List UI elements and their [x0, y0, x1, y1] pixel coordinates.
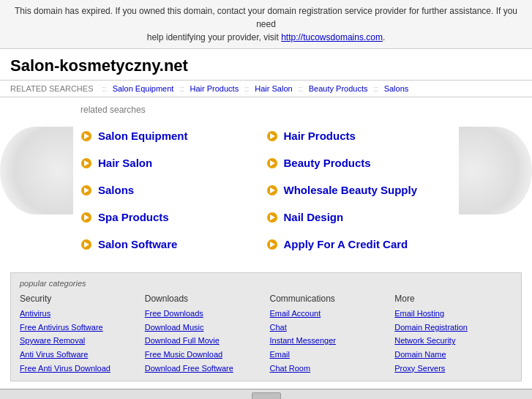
link-chat[interactable]: Chat [270, 321, 388, 335]
category-more: More Email Hosting Domain Registration N… [394, 294, 512, 375]
link-salon-equipment[interactable]: Salon Equipment [98, 130, 188, 142]
link-spa-products[interactable]: Spa Products [98, 211, 169, 223]
popular-label: popular categories [20, 279, 512, 288]
link-instant-messenger[interactable]: Instant Messenger [270, 334, 388, 348]
link-salon-software[interactable]: Salon Software [98, 238, 177, 250]
link-email-account[interactable]: Email Account [270, 307, 388, 321]
expired-banner: This domain has expired. If you owned th… [0, 0, 532, 49]
link-anti-virus-software[interactable]: Anti Virus Software [20, 348, 138, 362]
link-free-downloads[interactable]: Free Downloads [145, 307, 263, 321]
link-network-security[interactable]: Network Security [394, 334, 512, 348]
list-item: Salon Software [80, 231, 266, 258]
link-antivirus[interactable]: Antivirus [20, 307, 138, 321]
arrow-icon [266, 157, 278, 169]
link-email-hosting[interactable]: Email Hosting [394, 307, 512, 321]
scroll-thumb[interactable] [252, 392, 281, 399]
link-salons[interactable]: Salons [98, 184, 134, 196]
cat-heading-more: More [394, 294, 512, 304]
sep1: :: [102, 84, 107, 93]
arrow-icon [80, 239, 92, 250]
arrow-icon [80, 184, 92, 196]
link-proxy-servers[interactable]: Proxy Servers [394, 362, 512, 376]
link-apply-credit-card[interactable]: Apply For A Credit Card [284, 238, 408, 250]
link-hair-salon[interactable]: Hair Salon [98, 157, 152, 169]
list-item: Salons [80, 176, 266, 204]
banner-text2: help identifying your provider, visit [147, 32, 281, 42]
related-bar-label: RELATED SEARCHES [10, 84, 94, 93]
link-spyware-removal[interactable]: Spyware Removal [20, 334, 138, 348]
related-searches-section-label: related searches [80, 105, 510, 115]
bar-link-beauty-products[interactable]: Beauty Products [309, 84, 368, 93]
related-bar: RELATED SEARCHES :: Salon Equipment :: H… [0, 80, 532, 97]
list-item: Hair Salon [80, 149, 266, 176]
main-content: related searches Salon Equipment Hair Pr… [0, 97, 532, 265]
bar-link-salon-equipment[interactable]: Salon Equipment [113, 84, 174, 93]
arrow-icon [266, 212, 278, 223]
link-email[interactable]: Email [270, 348, 388, 362]
link-nail-design[interactable]: Nail Design [284, 211, 344, 223]
arrow-icon [266, 239, 278, 250]
link-beauty-products[interactable]: Beauty Products [284, 157, 371, 169]
link-download-free-software[interactable]: Download Free Software [145, 362, 263, 376]
link-free-music-download[interactable]: Free Music Download [145, 348, 263, 362]
category-downloads: Downloads Free Downloads Download Music … [145, 294, 263, 375]
arrow-icon [80, 157, 92, 169]
site-title: Salon-kosmetyczny.net [0, 49, 532, 80]
list-item: Nail Design [266, 204, 452, 231]
deco-circle-left [0, 127, 73, 215]
link-hair-products[interactable]: Hair Products [284, 130, 356, 142]
popular-categories: popular categories Security Antivirus Fr… [10, 272, 522, 381]
arrow-icon [80, 130, 92, 142]
list-item: Spa Products [80, 204, 266, 231]
list-item: Apply For A Credit Card [266, 231, 452, 258]
link-free-anti-virus-download[interactable]: Free Anti Virus Download [20, 362, 138, 376]
search-links-grid: Salon Equipment Hair Products Hair Salon… [80, 122, 452, 258]
cat-heading-communications: Communications [270, 294, 388, 304]
list-item: Salon Equipment [80, 122, 266, 149]
arrow-icon [266, 184, 278, 196]
arrow-icon [80, 212, 92, 223]
deco-circle-right [459, 127, 532, 215]
cat-heading-downloads: Downloads [145, 294, 263, 304]
category-security: Security Antivirus Free Antivirus Softwa… [20, 294, 138, 375]
link-domain-name[interactable]: Domain Name [394, 348, 512, 362]
categories-grid: Security Antivirus Free Antivirus Softwa… [20, 294, 512, 375]
list-item: Beauty Products [266, 149, 452, 176]
bar-link-hair-products[interactable]: Hair Products [190, 84, 239, 93]
category-communications: Communications Email Account Chat Instan… [270, 294, 388, 375]
bar-link-hair-salon[interactable]: Hair Salon [255, 84, 292, 93]
link-free-antivirus[interactable]: Free Antivirus Software [20, 321, 138, 335]
link-chat-room[interactable]: Chat Room [270, 362, 388, 376]
link-domain-registration[interactable]: Domain Registration [394, 321, 512, 335]
cat-heading-security: Security [20, 294, 138, 304]
tucows-link[interactable]: http://tucowsdomains.com [281, 32, 383, 42]
arrow-icon [266, 130, 278, 142]
bottom-scrollbar[interactable] [0, 389, 532, 399]
list-item: Hair Products [266, 122, 452, 149]
link-wholesale-beauty-supply[interactable]: Wholesale Beauty Supply [284, 184, 418, 196]
banner-text1: This domain has expired. If you owned th… [15, 6, 517, 29]
bar-link-salons[interactable]: Salons [384, 84, 409, 93]
link-download-full-movie[interactable]: Download Full Movie [145, 334, 263, 348]
list-item: Wholesale Beauty Supply [266, 176, 452, 204]
link-download-music[interactable]: Download Music [145, 321, 263, 335]
